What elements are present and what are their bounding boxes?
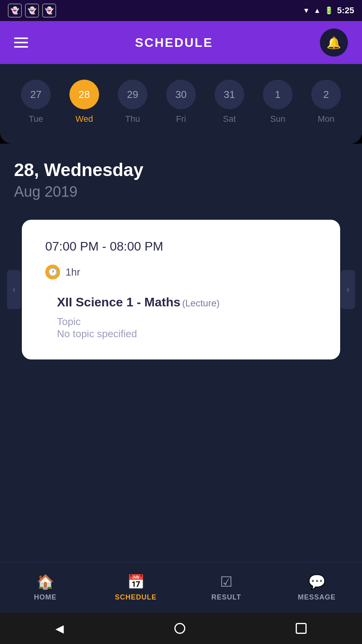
nav-icon-message: 💬 (308, 574, 326, 590)
day-item-tue[interactable]: 27Tue (21, 80, 51, 124)
app-icon-3: 👻 (42, 4, 56, 18)
nav-icon-result: ☑ (220, 574, 232, 590)
event-card-container: ‹ 07:00 PM - 08:00 PM 🕐 1hr XII Science … (14, 220, 348, 359)
event-duration-row: 🕐 1hr (45, 265, 317, 279)
main-content: 28, Wednesday Aug 2019 ‹ 07:00 PM - 08:0… (0, 144, 362, 562)
battery-icon: 🔋 (325, 6, 333, 15)
nav-icon-schedule: 📅 (127, 574, 145, 590)
calendar-section: 27Tue28Wed29Thu30Fri31Sat1Sun2Mon (0, 64, 362, 144)
event-duration: 1hr (66, 266, 80, 278)
duration-icon: 🕐 (45, 265, 60, 279)
app-header: SCHEDULE 🔔 (0, 21, 362, 64)
day-label: Sun (270, 114, 285, 124)
nav-label-home: HOME (34, 593, 57, 601)
home-button[interactable] (174, 623, 185, 634)
back-button[interactable]: ◀ (55, 622, 64, 635)
day-label: Fri (176, 114, 186, 124)
event-type-badge: (Lecture) (182, 298, 220, 308)
event-subject-row: XII Science 1 - Maths (Lecture) Topic No… (57, 295, 317, 340)
event-subject: XII Science 1 - Maths (57, 295, 181, 309)
event-topic-label: Topic (57, 316, 317, 328)
app-icon-1: 👻 (8, 4, 22, 18)
week-row: 27Tue28Wed29Thu30Fri31Sat1Sun2Mon (12, 80, 350, 124)
day-number-circle: 1 (263, 80, 293, 109)
signal-icon: ▲ (314, 7, 321, 15)
day-item-wed[interactable]: 28Wed (69, 80, 99, 124)
status-bar-right: ▼ ▲ 🔋 5:25 (303, 5, 354, 16)
status-bar: 👻 👻 👻 ▼ ▲ 🔋 5:25 (0, 0, 362, 21)
day-label: Sat (223, 114, 236, 124)
system-nav: ◀ (0, 613, 362, 644)
bell-icon: 🔔 (327, 36, 341, 50)
nav-item-home[interactable]: 🏠HOME (0, 574, 90, 601)
prev-event-button[interactable]: ‹ (7, 270, 21, 309)
nav-label-message: MESSAGE (298, 593, 335, 601)
day-label: Tue (28, 114, 43, 124)
status-bar-left: 👻 👻 👻 (8, 4, 56, 18)
day-number-circle: 2 (311, 80, 341, 109)
recents-button[interactable] (296, 623, 307, 634)
wifi-icon: ▼ (303, 7, 310, 15)
app-icon-2: 👻 (25, 4, 39, 18)
day-item-sun[interactable]: 1Sun (263, 80, 293, 124)
selected-date-subtitle: Aug 2019 (14, 183, 348, 200)
notification-button[interactable]: 🔔 (320, 28, 348, 57)
day-number-circle: 28 (69, 80, 99, 109)
page-title: SCHEDULE (135, 36, 213, 50)
day-item-thu[interactable]: 29Thu (118, 80, 147, 124)
menu-button[interactable] (14, 37, 28, 48)
day-label: Wed (76, 114, 93, 124)
day-number-circle: 29 (118, 80, 147, 109)
nav-item-message[interactable]: 💬MESSAGE (272, 574, 362, 601)
day-number-circle: 27 (21, 80, 51, 109)
clock-icon: 🕐 (48, 267, 58, 277)
selected-date-title: 28, Wednesday (14, 159, 348, 180)
nav-item-schedule[interactable]: 📅SCHEDULE (90, 574, 181, 601)
event-topic-value: No topic specified (57, 328, 317, 340)
day-item-sat[interactable]: 31Sat (215, 80, 244, 124)
next-event-button[interactable]: › (341, 270, 355, 309)
event-card: 07:00 PM - 08:00 PM 🕐 1hr XII Science 1 … (22, 220, 340, 359)
nav-label-result: RESULT (211, 593, 241, 601)
nav-icon-home: 🏠 (37, 574, 54, 590)
day-label: Thu (125, 114, 140, 124)
day-number-circle: 31 (215, 80, 244, 109)
nav-item-result[interactable]: ☑RESULT (181, 574, 272, 601)
day-label: Mon (318, 114, 335, 124)
nav-label-schedule: SCHEDULE (115, 593, 156, 601)
day-item-mon[interactable]: 2Mon (311, 80, 341, 124)
day-number-circle: 30 (166, 80, 196, 109)
event-time: 07:00 PM - 08:00 PM (45, 239, 317, 254)
status-time: 5:25 (337, 5, 354, 16)
event-subject-line: XII Science 1 - Maths (Lecture) (57, 295, 317, 310)
day-item-fri[interactable]: 30Fri (166, 80, 196, 124)
bottom-nav: 🏠HOME📅SCHEDULE☑RESULT💬MESSAGE (0, 562, 362, 613)
